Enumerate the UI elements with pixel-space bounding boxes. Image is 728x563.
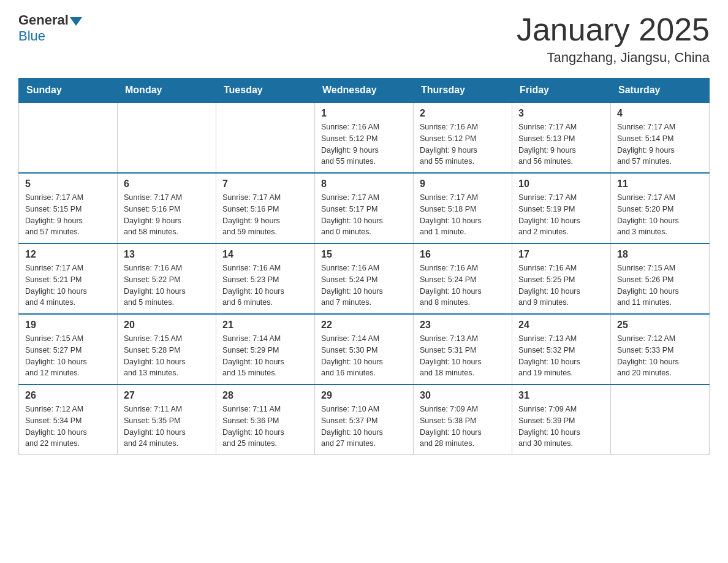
day-number: 6 xyxy=(124,178,210,190)
day-number: 1 xyxy=(321,108,407,119)
calendar-cell: 30Sunrise: 7:09 AM Sunset: 5:38 PM Dayli… xyxy=(414,385,512,455)
calendar-cell: 28Sunrise: 7:11 AM Sunset: 5:36 PM Dayli… xyxy=(216,385,315,455)
day-info: Sunrise: 7:15 AM Sunset: 5:26 PM Dayligh… xyxy=(617,262,703,308)
logo: General Blue xyxy=(18,12,83,44)
calendar-week-row-5: 26Sunrise: 7:12 AM Sunset: 5:34 PM Dayli… xyxy=(19,385,710,455)
day-number: 19 xyxy=(25,320,111,331)
calendar-cell: 21Sunrise: 7:14 AM Sunset: 5:29 PM Dayli… xyxy=(216,314,315,385)
day-number: 24 xyxy=(518,320,604,331)
day-info: Sunrise: 7:13 AM Sunset: 5:32 PM Dayligh… xyxy=(518,333,604,379)
calendar-cell: 5Sunrise: 7:17 AM Sunset: 5:15 PM Daylig… xyxy=(19,173,118,243)
day-number: 7 xyxy=(222,178,308,190)
day-info: Sunrise: 7:16 AM Sunset: 5:12 PM Dayligh… xyxy=(420,121,506,167)
day-info: Sunrise: 7:17 AM Sunset: 5:19 PM Dayligh… xyxy=(518,192,604,238)
day-info: Sunrise: 7:17 AM Sunset: 5:15 PM Dayligh… xyxy=(25,192,111,238)
calendar-cell: 22Sunrise: 7:14 AM Sunset: 5:30 PM Dayli… xyxy=(315,314,414,385)
day-number: 31 xyxy=(518,390,604,401)
calendar-cell: 26Sunrise: 7:12 AM Sunset: 5:34 PM Dayli… xyxy=(19,385,118,455)
calendar-header-sunday: Sunday xyxy=(19,79,118,103)
calendar-cell: 29Sunrise: 7:10 AM Sunset: 5:37 PM Dayli… xyxy=(315,385,414,455)
day-number: 16 xyxy=(420,249,506,260)
day-number: 10 xyxy=(518,178,604,190)
day-info: Sunrise: 7:17 AM Sunset: 5:16 PM Dayligh… xyxy=(124,192,210,238)
calendar-header-thursday: Thursday xyxy=(414,79,512,103)
calendar-header-friday: Friday xyxy=(512,79,611,103)
calendar-cell: 23Sunrise: 7:13 AM Sunset: 5:31 PM Dayli… xyxy=(414,314,512,385)
calendar-cell xyxy=(611,385,710,455)
calendar-cell: 18Sunrise: 7:15 AM Sunset: 5:26 PM Dayli… xyxy=(611,243,710,314)
day-number: 13 xyxy=(124,249,210,260)
calendar-cell: 31Sunrise: 7:09 AM Sunset: 5:39 PM Dayli… xyxy=(512,385,611,455)
day-info: Sunrise: 7:17 AM Sunset: 5:13 PM Dayligh… xyxy=(518,121,604,167)
calendar-cell: 3Sunrise: 7:17 AM Sunset: 5:13 PM Daylig… xyxy=(512,102,611,173)
page-header: General Blue January 2025 Tangzhang, Jia… xyxy=(18,12,710,66)
day-info: Sunrise: 7:16 AM Sunset: 5:22 PM Dayligh… xyxy=(124,262,210,308)
calendar-cell: 15Sunrise: 7:16 AM Sunset: 5:24 PM Dayli… xyxy=(315,243,414,314)
day-number: 21 xyxy=(222,320,308,331)
day-number: 4 xyxy=(617,108,703,119)
day-number: 29 xyxy=(321,390,407,401)
day-number: 17 xyxy=(518,249,604,260)
calendar-header-monday: Monday xyxy=(118,79,216,103)
day-info: Sunrise: 7:17 AM Sunset: 5:18 PM Dayligh… xyxy=(420,192,506,238)
calendar-header-row: SundayMondayTuesdayWednesdayThursdayFrid… xyxy=(19,79,710,103)
day-number: 25 xyxy=(617,320,703,331)
logo-blue-text: Blue xyxy=(18,28,45,44)
day-number: 26 xyxy=(25,390,111,401)
day-info: Sunrise: 7:10 AM Sunset: 5:37 PM Dayligh… xyxy=(321,404,407,450)
calendar-cell: 1Sunrise: 7:16 AM Sunset: 5:12 PM Daylig… xyxy=(315,102,414,173)
calendar-week-row-3: 12Sunrise: 7:17 AM Sunset: 5:21 PM Dayli… xyxy=(19,243,710,314)
day-info: Sunrise: 7:09 AM Sunset: 5:38 PM Dayligh… xyxy=(420,404,506,450)
day-number: 9 xyxy=(420,178,506,190)
calendar-cell xyxy=(19,102,118,173)
day-number: 15 xyxy=(321,249,407,260)
calendar-cell: 8Sunrise: 7:17 AM Sunset: 5:17 PM Daylig… xyxy=(315,173,414,243)
title-block: January 2025 Tangzhang, Jiangsu, China xyxy=(517,12,710,66)
calendar-cell: 4Sunrise: 7:17 AM Sunset: 5:14 PM Daylig… xyxy=(611,102,710,173)
calendar-cell: 12Sunrise: 7:17 AM Sunset: 5:21 PM Dayli… xyxy=(19,243,118,314)
day-number: 5 xyxy=(25,178,111,190)
calendar-week-row-1: 1Sunrise: 7:16 AM Sunset: 5:12 PM Daylig… xyxy=(19,102,710,173)
day-number: 20 xyxy=(124,320,210,331)
calendar-cell: 20Sunrise: 7:15 AM Sunset: 5:28 PM Dayli… xyxy=(118,314,216,385)
calendar-cell: 17Sunrise: 7:16 AM Sunset: 5:25 PM Dayli… xyxy=(512,243,611,314)
day-info: Sunrise: 7:17 AM Sunset: 5:21 PM Dayligh… xyxy=(25,262,111,308)
calendar-cell xyxy=(118,102,216,173)
day-info: Sunrise: 7:14 AM Sunset: 5:30 PM Dayligh… xyxy=(321,333,407,379)
day-number: 2 xyxy=(420,108,506,119)
day-info: Sunrise: 7:09 AM Sunset: 5:39 PM Dayligh… xyxy=(518,404,604,450)
day-info: Sunrise: 7:15 AM Sunset: 5:28 PM Dayligh… xyxy=(124,333,210,379)
day-info: Sunrise: 7:16 AM Sunset: 5:23 PM Dayligh… xyxy=(222,262,308,308)
day-info: Sunrise: 7:12 AM Sunset: 5:34 PM Dayligh… xyxy=(25,404,111,450)
day-number: 3 xyxy=(518,108,604,119)
calendar-cell xyxy=(216,102,315,173)
day-number: 28 xyxy=(222,390,308,401)
day-info: Sunrise: 7:17 AM Sunset: 5:14 PM Dayligh… xyxy=(617,121,703,167)
calendar-cell: 7Sunrise: 7:17 AM Sunset: 5:16 PM Daylig… xyxy=(216,173,315,243)
day-info: Sunrise: 7:16 AM Sunset: 5:24 PM Dayligh… xyxy=(420,262,506,308)
day-number: 14 xyxy=(222,249,308,260)
day-info: Sunrise: 7:17 AM Sunset: 5:16 PM Dayligh… xyxy=(222,192,308,238)
calendar-table: SundayMondayTuesdayWednesdayThursdayFrid… xyxy=(18,78,710,455)
calendar-cell: 13Sunrise: 7:16 AM Sunset: 5:22 PM Dayli… xyxy=(118,243,216,314)
calendar-week-row-2: 5Sunrise: 7:17 AM Sunset: 5:15 PM Daylig… xyxy=(19,173,710,243)
day-number: 12 xyxy=(25,249,111,260)
calendar-cell: 2Sunrise: 7:16 AM Sunset: 5:12 PM Daylig… xyxy=(414,102,512,173)
calendar-cell: 11Sunrise: 7:17 AM Sunset: 5:20 PM Dayli… xyxy=(611,173,710,243)
day-info: Sunrise: 7:12 AM Sunset: 5:33 PM Dayligh… xyxy=(617,333,703,379)
calendar-cell: 27Sunrise: 7:11 AM Sunset: 5:35 PM Dayli… xyxy=(118,385,216,455)
month-title: January 2025 xyxy=(517,12,710,47)
day-info: Sunrise: 7:17 AM Sunset: 5:17 PM Dayligh… xyxy=(321,192,407,238)
day-number: 23 xyxy=(420,320,506,331)
calendar-header-tuesday: Tuesday xyxy=(216,79,315,103)
day-info: Sunrise: 7:11 AM Sunset: 5:36 PM Dayligh… xyxy=(222,404,308,450)
calendar-cell: 25Sunrise: 7:12 AM Sunset: 5:33 PM Dayli… xyxy=(611,314,710,385)
calendar-cell: 14Sunrise: 7:16 AM Sunset: 5:23 PM Dayli… xyxy=(216,243,315,314)
day-info: Sunrise: 7:14 AM Sunset: 5:29 PM Dayligh… xyxy=(222,333,308,379)
logo-arrow-icon xyxy=(70,17,82,26)
calendar-header-wednesday: Wednesday xyxy=(315,79,414,103)
calendar-header-saturday: Saturday xyxy=(611,79,710,103)
calendar-cell: 10Sunrise: 7:17 AM Sunset: 5:19 PM Dayli… xyxy=(512,173,611,243)
day-number: 30 xyxy=(420,390,506,401)
day-info: Sunrise: 7:17 AM Sunset: 5:20 PM Dayligh… xyxy=(617,192,703,238)
